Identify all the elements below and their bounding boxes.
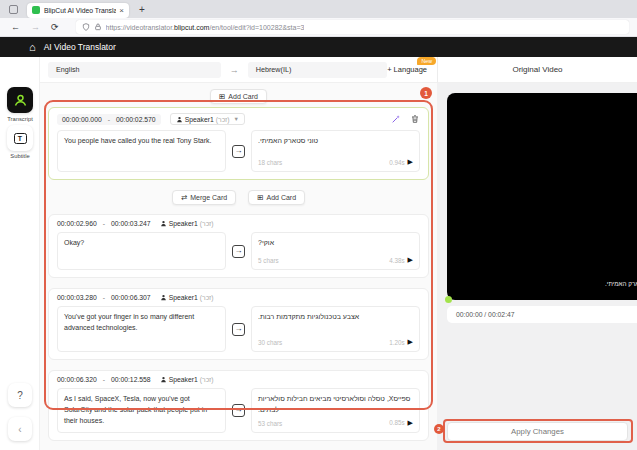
merge-card-button[interactable]: ⇄ Merge Card [172,190,236,205]
firefox-view-icon[interactable] [9,5,18,14]
play-icon[interactable]: ▶ [408,338,413,346]
video-player[interactable]: אתה טוני סטארק האמיתי. [447,93,637,300]
transfer-arrow-button[interactable]: → [232,404,245,417]
target-text[interactable]: טוני סטארק האמיתי. [258,136,413,147]
magic-wand-icon[interactable] [391,114,401,124]
duration: 4.38s [389,257,404,264]
tab-close-icon[interactable]: × [119,6,124,15]
apply-changes-button[interactable]: Apply Changes [447,422,628,441]
shield-icon[interactable] [82,23,90,31]
transcript-card[interactable]: 00:00:02.960-00:00:03.247 Speaker1(זכר) … [48,214,429,278]
duration: 0.85s [389,419,404,426]
transcript-panel: ⊞ Add Card 00:00:00.000 - 00:00:02.570 S… [40,83,437,450]
annotation-badge-2: 2 [434,424,444,434]
transfer-arrow-button[interactable]: → [232,323,245,336]
source-language-select[interactable]: English [48,62,221,78]
transfer-arrow-button[interactable]: → [232,245,245,258]
collapse-button[interactable]: ‹ [8,417,32,441]
browser-tab-bar: BlipCut AI Video Translator - Fi × + [0,0,637,18]
transcript-card[interactable]: 00:00:00.000 - 00:00:02.570 Speaker1 (זכ… [48,107,429,180]
sidebar-item-subtitle[interactable]: T [7,125,33,151]
timestamp-range: 00:00:03.280-00:00:06.307 [57,294,151,301]
start-time: 00:00:00.000 [62,116,102,123]
source-text-box[interactable]: Okay? [57,232,226,270]
browser-tab[interactable]: BlipCut AI Video Translator - Fi × [27,3,129,18]
add-card-top-button[interactable]: ⊞ Add Card [210,89,267,104]
play-icon[interactable]: ▶ [408,419,413,427]
target-text-box[interactable]: טוני סטארק האמיתי. 18 chars 0.94s▶ [251,130,420,172]
person-icon [160,294,167,301]
source-text-box[interactable]: You've got your finger in so many differ… [57,306,226,352]
language-arrow-icon: → [230,65,239,75]
char-count: 30 chars [258,339,282,346]
app-window: BlipCut AI Video Translator - Fi × + ← →… [0,0,637,450]
person-icon [160,376,167,383]
source-text-box[interactable]: You people have called you the real Tony… [57,130,226,172]
timestamp-range: 00:00:06.320-00:00:12.558 [57,376,151,383]
app-header: ⌂ AI Video Translator [0,37,637,57]
back-icon[interactable]: ← [11,22,20,32]
video-time: 00:00:00 / 00:02:47 [456,311,515,318]
browser-url-bar: ← → ⟳ https://videotranslator.blipcut.co… [0,18,637,37]
trash-icon[interactable] [410,114,420,124]
speaker-label: Speaker1(זכר) [160,294,214,301]
url-text: https://videotranslator.blipcut.com/en/t… [106,24,305,31]
new-badge: New [417,57,436,65]
merge-icon: ⇄ [181,193,187,202]
add-card-icon: ⊞ [257,193,263,202]
char-count: 53 chars [258,420,282,427]
left-sidebar: Transcript T Subtitle ? ‹ [0,57,40,450]
transcript-icon [13,93,28,108]
help-button[interactable]: ? [8,383,32,407]
target-text-box[interactable]: אצבע בטכנולוגיות מתקדמות רבות. 30 chars … [251,306,420,352]
sidebar-label-subtitle: Subtitle [0,153,40,159]
blipcut-favicon [32,6,40,14]
duration: 0.94s [389,159,404,166]
video-subtitle-overlay: אתה טוני סטארק האמיתי. [605,280,637,287]
play-icon[interactable]: ▶ [408,256,413,264]
target-language-select[interactable]: Hebrew(IL) [248,62,387,78]
char-count: 18 chars [258,159,282,166]
transfer-arrow-button[interactable]: → [232,145,245,158]
speaker-label: Speaker1(זכר) [160,220,214,227]
add-language-button[interactable]: + LanguageNew [387,65,427,74]
duration: 1.20s [389,339,404,346]
home-icon[interactable]: ⌂ [29,42,36,53]
sidebar-label-transcript: Transcript [0,116,40,122]
annotation-badge-1: 1 [420,87,432,99]
subtitle-icon: T [14,133,27,144]
forward-icon[interactable]: → [31,22,40,32]
speaker-label: Speaker1(זכר) [160,376,214,383]
lock-icon[interactable] [94,23,102,31]
new-tab-button[interactable]: + [139,4,145,15]
video-time-bar: 00:00:00 / 00:02:47 [447,306,637,323]
reload-icon[interactable]: ⟳ [51,22,59,32]
target-text-box[interactable]: ספייסX, טסלה וסולארסיטי מביאים חבילות סו… [251,388,420,433]
speaker-select[interactable]: Speaker1 (זכר) ▼ [170,113,245,125]
target-text-box[interactable]: אוקי? 5 chars 4.38s▶ [251,232,420,270]
timestamp-range[interactable]: 00:00:00.000 - 00:00:02.570 [57,114,161,125]
timestamp-range: 00:00:02.960-00:00:03.247 [57,220,151,227]
language-bar: English → Hebrew(IL) + LanguageNew [40,57,437,83]
progress-handle[interactable] [445,296,452,303]
transcript-card[interactable]: 00:00:06.320-00:00:12.558 Speaker1(זכר) … [48,370,429,441]
person-icon [160,220,167,227]
play-icon[interactable]: ▶ [408,158,413,166]
char-count: 5 chars [258,257,279,264]
transcript-card[interactable]: 00:00:03.280-00:00:06.307 Speaker1(זכר) … [48,288,429,360]
chevron-down-icon: ▼ [234,116,239,122]
person-icon [176,116,183,123]
add-card-button[interactable]: ⊞ Add Card [248,190,305,205]
end-time: 00:00:02.570 [116,116,156,123]
original-video-header: Original Video [437,57,637,83]
source-text-box[interactable]: As I said, SpaceX, Tesla, now you've got… [57,388,226,433]
video-panel: אתה טוני סטארק האמיתי. 00:00:00 / 00:02:… [437,83,637,450]
page-title: AI Video Translator [44,42,116,52]
add-card-icon: ⊞ [219,92,225,101]
tab-title: BlipCut AI Video Translator - Fi [44,7,116,14]
sidebar-item-transcript[interactable] [7,87,33,113]
url-field[interactable]: https://videotranslator.blipcut.com/en/t… [76,20,629,34]
